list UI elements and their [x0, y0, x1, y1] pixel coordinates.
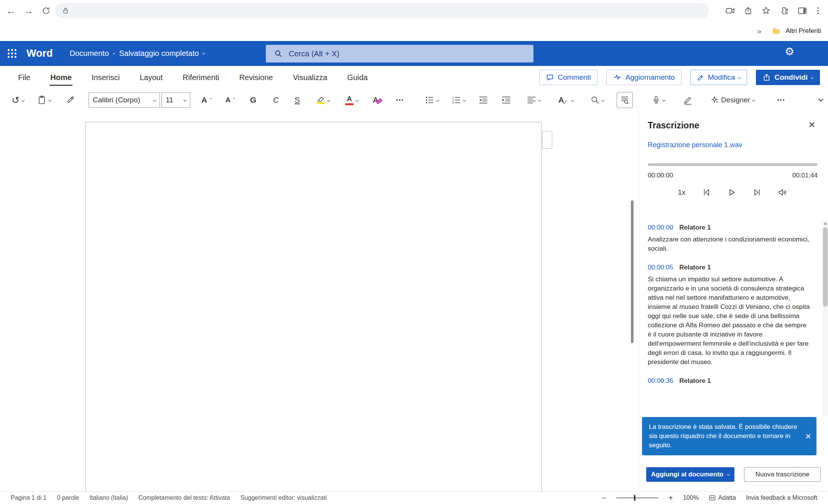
- zoom-in-button[interactable]: +: [668, 494, 673, 502]
- font-color-button[interactable]: A: [345, 95, 358, 105]
- add-to-document-button[interactable]: Aggiungi al documento: [646, 467, 734, 482]
- word-count[interactable]: 0 parole: [57, 494, 79, 501]
- app-name[interactable]: Word: [26, 48, 53, 59]
- side-panel-icon[interactable]: [797, 6, 807, 16]
- numbering-button[interactable]: 123: [452, 95, 466, 105]
- playback-speed-button[interactable]: 1x: [678, 188, 685, 197]
- forward-icon[interactable]: →: [24, 6, 34, 16]
- increase-indent-button[interactable]: [502, 95, 511, 105]
- browser-menu-icon[interactable]: [817, 10, 819, 11]
- transcript-entry[interactable]: 00:00:05 Relatore 1 Si chiama un impatto…: [648, 264, 811, 366]
- scroll-up-arrow-icon[interactable]: [824, 222, 827, 225]
- bold-button[interactable]: G: [250, 95, 256, 105]
- font-size-select[interactable]: 11: [161, 92, 190, 108]
- find-button[interactable]: [591, 96, 604, 105]
- document-page[interactable]: [85, 122, 542, 491]
- tab-guida[interactable]: Guida: [347, 66, 367, 89]
- grow-font-button[interactable]: Aˆ: [201, 95, 212, 105]
- italic-button[interactable]: C: [273, 95, 279, 105]
- transcript-entry[interactable]: 00:00:00 Relatore 1 Analizzare con atten…: [648, 224, 811, 253]
- search-box[interactable]: [266, 45, 533, 62]
- skip-back-button[interactable]: [702, 188, 711, 197]
- bookmarks-overflow-icon[interactable]: »: [757, 27, 761, 36]
- volume-button[interactable]: [778, 188, 788, 197]
- reload-icon[interactable]: [41, 6, 51, 15]
- more-ribbon-button[interactable]: [780, 99, 782, 101]
- play-button[interactable]: [727, 188, 736, 197]
- tab-riferimenti[interactable]: Riferimenti: [183, 66, 219, 89]
- tab-home[interactable]: Home: [50, 66, 72, 89]
- document-title-group[interactable]: Documento - Salvataggio completato: [70, 49, 205, 58]
- entry-text[interactable]: Si chiama un impatto sul settore automot…: [648, 274, 811, 366]
- editing-mode-button[interactable]: Modifica: [690, 70, 747, 85]
- updates-button[interactable]: Aggiornamento: [606, 70, 681, 85]
- app-launcher-icon[interactable]: [8, 49, 16, 58]
- entry-timestamp[interactable]: 00:00:00: [648, 224, 673, 231]
- settings-gear-icon[interactable]: ⚙: [785, 46, 794, 57]
- document-name[interactable]: Documento: [70, 49, 109, 58]
- dictate-button[interactable]: [652, 95, 665, 105]
- search-input[interactable]: [288, 49, 481, 59]
- language-indicator[interactable]: Italiano (Italia): [89, 494, 128, 501]
- back-icon[interactable]: ←: [6, 6, 16, 16]
- page-count[interactable]: Pagina 1 di 1: [11, 494, 46, 501]
- transcript-entry[interactable]: 00:00:36 Relatore 1: [648, 377, 811, 385]
- entry-timestamp[interactable]: 00:00:36: [648, 377, 673, 385]
- zoom-slider[interactable]: [616, 497, 658, 498]
- zoom-slider-thumb[interactable]: [634, 495, 635, 501]
- shrink-font-button[interactable]: Aˇ: [226, 96, 235, 104]
- address-bar[interactable]: [55, 3, 709, 18]
- toast-close-icon[interactable]: ×: [805, 431, 811, 441]
- bullets-button[interactable]: [425, 95, 439, 105]
- share-icon[interactable]: [744, 6, 753, 15]
- svg-text:2: 2: [453, 99, 454, 102]
- comments-button[interactable]: Commenti: [539, 70, 598, 85]
- audio-file-link[interactable]: Registrazione personale 1.wav: [648, 141, 742, 149]
- decrease-indent-button[interactable]: [479, 95, 488, 105]
- underline-button[interactable]: S: [295, 95, 300, 105]
- styles-button[interactable]: A: [558, 96, 574, 105]
- entry-text[interactable]: Analizzare con attenzione i condizioname…: [648, 235, 811, 253]
- zoom-level[interactable]: 100%: [683, 494, 699, 501]
- alignment-button[interactable]: [527, 95, 541, 105]
- save-status[interactable]: Salvataggio completato: [119, 49, 199, 58]
- highlight-button[interactable]: [317, 96, 330, 104]
- pane-scrollbar[interactable]: [822, 220, 828, 416]
- undo-button[interactable]: ↺: [12, 95, 24, 106]
- entry-timestamp[interactable]: 00:00:05: [648, 264, 673, 271]
- new-transcription-button[interactable]: Nuova trascrizione: [744, 467, 821, 482]
- extensions-icon[interactable]: [779, 6, 789, 15]
- document-preview-button[interactable]: [617, 92, 633, 108]
- tab-inserisci[interactable]: Inserisci: [92, 66, 120, 89]
- tab-file[interactable]: File: [18, 66, 30, 89]
- format-painter-button[interactable]: [66, 95, 75, 105]
- pane-close-icon[interactable]: ×: [808, 119, 815, 130]
- bookmark-star-icon[interactable]: [761, 6, 771, 15]
- designer-button[interactable]: Designer: [710, 96, 755, 104]
- editor-button[interactable]: [683, 95, 693, 105]
- tab-visualizza[interactable]: Visualizza: [293, 66, 328, 89]
- clear-formatting-button[interactable]: A: [373, 96, 378, 105]
- document-area[interactable]: [0, 111, 639, 491]
- paste-button[interactable]: [37, 95, 51, 105]
- skip-forward-button[interactable]: [752, 188, 762, 197]
- align-text-icon: [527, 95, 536, 105]
- collapse-ribbon-button[interactable]: [819, 99, 823, 101]
- bookmarks-folder-label[interactable]: Altri Preferiti: [785, 27, 821, 35]
- audio-progress-bar[interactable]: [648, 163, 818, 166]
- video-call-icon[interactable]: [725, 6, 735, 16]
- tab-layout[interactable]: Layout: [140, 66, 163, 89]
- magnifier-icon: [591, 96, 599, 105]
- share-button[interactable]: Condividi: [756, 70, 820, 85]
- more-font-options-button[interactable]: [399, 99, 400, 101]
- pane-scrollbar-thumb[interactable]: [823, 227, 828, 307]
- tab-revisione[interactable]: Revisione: [239, 66, 273, 89]
- text-completion-status[interactable]: Completamento del testo: Attivata: [138, 494, 230, 501]
- document-scrollbar-thumb[interactable]: [631, 200, 634, 343]
- zoom-out-button[interactable]: −: [602, 494, 607, 502]
- font-name-select[interactable]: Calibri (Corpo): [89, 92, 160, 108]
- feedback-link[interactable]: Invia feedback a Microsoft: [746, 494, 817, 501]
- editor-suggestions-status[interactable]: Suggerimenti editor: visualizzati: [240, 494, 327, 501]
- fit-to-width-button[interactable]: Adatta: [709, 494, 736, 501]
- collapsed-comment-card[interactable]: [542, 131, 552, 149]
